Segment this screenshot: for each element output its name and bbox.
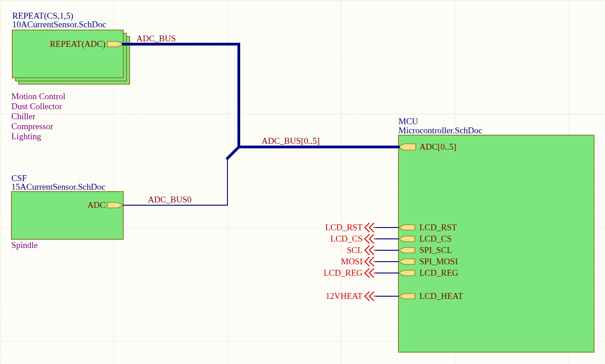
sheet-csf[interactable]: CSF 15ACurrentSensor.SchDoc ADC — [11, 173, 123, 239]
offsheet-scl[interactable]: SCL — [347, 245, 376, 255]
sheet-cs[interactable]: REPEAT(CS,1,5) 10ACurrentSensor.SchDoc R… — [12, 11, 130, 84]
svg-text:SCL: SCL — [347, 245, 363, 255]
svg-text:ADC: ADC — [87, 200, 106, 210]
svg-text:LCD_CS: LCD_CS — [330, 234, 363, 243]
svg-rect-17 — [398, 135, 594, 352]
svg-text:LCD_HEAT: LCD_HEAT — [419, 291, 463, 301]
svg-text:REPEAT(ADC): REPEAT(ADC) — [50, 39, 106, 49]
svg-text:LCD_RST: LCD_RST — [419, 222, 457, 232]
sheet-csf-designator: CSF — [11, 173, 27, 183]
offsheet-lcd-rst[interactable]: LCD_RST — [325, 222, 376, 232]
offsheet-lcd-reg[interactable]: LCD_REG — [324, 268, 377, 278]
svg-text:Compressor: Compressor — [11, 121, 54, 131]
svg-text:12VHEAT: 12VHEAT — [326, 291, 363, 301]
schematic-svg: REPEAT(CS,1,5) 10ACurrentSensor.SchDoc R… — [0, 0, 605, 364]
svg-text:SPI_MOSI: SPI_MOSI — [419, 257, 458, 266]
svg-text:ADC[0..5]: ADC[0..5] — [419, 142, 456, 152]
sheet-mcu[interactable]: MCU Microcontroller.SchDoc ADC[0..5] LCD… — [398, 116, 594, 352]
netlabel-adc-bus0: ADC_BUS0 — [148, 195, 192, 204]
schematic-canvas[interactable]: REPEAT(CS,1,5) 10ACurrentSensor.SchDoc R… — [0, 0, 605, 364]
bus-entry-adc-bus0[interactable] — [227, 147, 239, 158]
bus-adc-bus[interactable] — [123, 44, 239, 147]
svg-text:Motion Control: Motion Control — [11, 91, 66, 101]
svg-text:Chiller: Chiller — [11, 111, 35, 121]
sheet-csf-filename: 15ACurrentSensor.SchDoc — [11, 182, 105, 192]
svg-rect-13 — [11, 192, 123, 239]
sheet-cs-notes: Motion Control Dust Collector Chiller Co… — [11, 91, 66, 141]
offsheet-lcd-cs[interactable]: LCD_CS — [330, 234, 376, 243]
svg-text:MOSI: MOSI — [341, 257, 363, 266]
svg-rect-4 — [12, 30, 123, 78]
sheet-cs-filename: 10ACurrentSensor.SchDoc — [12, 20, 106, 29]
sheet-csf-note: Spindle — [11, 240, 38, 250]
svg-text:LCD_RST: LCD_RST — [325, 222, 363, 232]
sheet-mcu-filename: Microcontroller.SchDoc — [398, 126, 482, 135]
svg-text:LCD_REG: LCD_REG — [324, 268, 363, 278]
netlabel-adc-bus: ADC_BUS — [136, 34, 176, 43]
offsheet-heat[interactable]: 12VHEAT — [326, 291, 376, 301]
svg-text:LCD_CS: LCD_CS — [419, 234, 452, 243]
svg-text:SPI_SCL: SPI_SCL — [419, 245, 452, 255]
svg-text:Lighting: Lighting — [11, 131, 41, 141]
offsheet-mosi[interactable]: MOSI — [341, 257, 376, 266]
svg-text:LCD_REG: LCD_REG — [419, 268, 459, 278]
sheet-mcu-designator: MCU — [398, 116, 418, 126]
svg-text:Dust Collector: Dust Collector — [11, 101, 62, 111]
netlabel-adc-bus-range: ADC_BUS[0..5] — [262, 136, 320, 146]
